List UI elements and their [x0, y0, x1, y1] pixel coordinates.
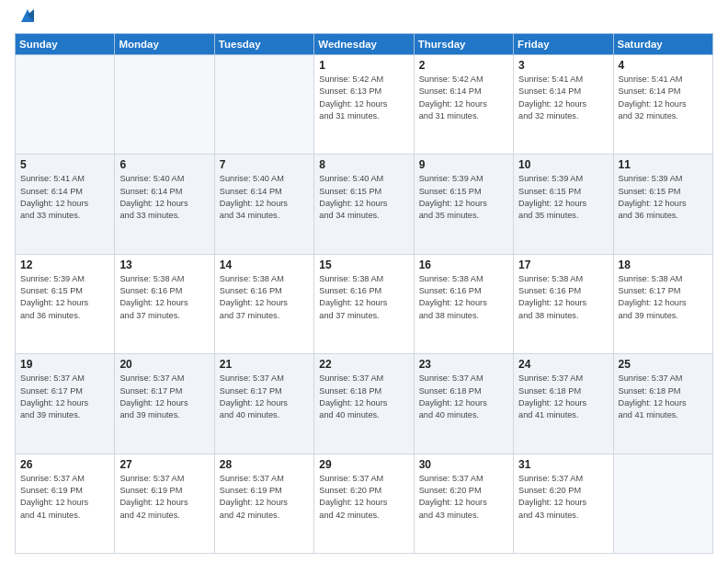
calendar-cell: 31Sunrise: 5:37 AM Sunset: 6:20 PM Dayli… — [514, 454, 613, 553]
day-number: 1 — [319, 59, 408, 72]
weekday-header: Saturday — [613, 34, 712, 55]
day-number: 29 — [319, 458, 408, 471]
weekday-header: Friday — [514, 34, 613, 55]
day-info: Sunrise: 5:40 AM Sunset: 6:15 PM Dayligh… — [319, 173, 408, 222]
calendar-week-row: 12Sunrise: 5:39 AM Sunset: 6:15 PM Dayli… — [16, 254, 713, 353]
calendar-cell: 23Sunrise: 5:37 AM Sunset: 6:18 PM Dayli… — [414, 354, 513, 454]
calendar-cell: 11Sunrise: 5:39 AM Sunset: 6:15 PM Dayli… — [613, 155, 712, 254]
calendar-cell: 26Sunrise: 5:37 AM Sunset: 6:19 PM Dayli… — [16, 454, 115, 553]
calendar-cell: 22Sunrise: 5:37 AM Sunset: 6:18 PM Dayli… — [314, 354, 414, 454]
calendar-week-row: 26Sunrise: 5:37 AM Sunset: 6:19 PM Dayli… — [16, 454, 713, 553]
day-number: 16 — [419, 259, 508, 271]
day-info: Sunrise: 5:39 AM Sunset: 6:15 PM Dayligh… — [20, 273, 109, 322]
day-number: 18 — [619, 259, 708, 271]
day-info: Sunrise: 5:41 AM Sunset: 6:14 PM Dayligh… — [619, 74, 708, 122]
day-number: 15 — [319, 259, 408, 271]
day-number: 2 — [419, 59, 508, 72]
calendar-header-row: SundayMondayTuesdayWednesdayThursdayFrid… — [16, 34, 713, 55]
calendar-cell: 5Sunrise: 5:41 AM Sunset: 6:14 PM Daylig… — [16, 155, 115, 254]
day-number: 11 — [619, 158, 708, 171]
calendar-cell: 25Sunrise: 5:37 AM Sunset: 6:18 PM Dayli… — [613, 354, 712, 454]
calendar-cell: 14Sunrise: 5:38 AM Sunset: 6:16 PM Dayli… — [214, 254, 313, 353]
day-info: Sunrise: 5:41 AM Sunset: 6:14 PM Dayligh… — [518, 74, 608, 122]
day-number: 23 — [419, 358, 508, 371]
calendar-table: SundayMondayTuesdayWednesdayThursdayFrid… — [15, 33, 713, 554]
day-info: Sunrise: 5:37 AM Sunset: 6:18 PM Dayligh… — [319, 373, 408, 421]
day-info: Sunrise: 5:37 AM Sunset: 6:18 PM Dayligh… — [419, 373, 508, 421]
calendar-cell — [16, 55, 115, 155]
calendar-cell: 17Sunrise: 5:38 AM Sunset: 6:16 PM Dayli… — [514, 254, 613, 353]
calendar-cell: 27Sunrise: 5:37 AM Sunset: 6:19 PM Dayli… — [115, 454, 214, 553]
day-info: Sunrise: 5:38 AM Sunset: 6:16 PM Dayligh… — [319, 273, 408, 322]
calendar-cell: 6Sunrise: 5:40 AM Sunset: 6:14 PM Daylig… — [115, 155, 214, 254]
calendar-cell: 3Sunrise: 5:41 AM Sunset: 6:14 PM Daylig… — [514, 55, 613, 155]
day-number: 30 — [419, 458, 508, 471]
day-info: Sunrise: 5:38 AM Sunset: 6:16 PM Dayligh… — [419, 273, 508, 322]
day-number: 12 — [20, 259, 109, 271]
logo-icon — [17, 6, 38, 26]
calendar-cell: 8Sunrise: 5:40 AM Sunset: 6:15 PM Daylig… — [314, 155, 414, 254]
day-info: Sunrise: 5:37 AM Sunset: 6:17 PM Dayligh… — [220, 373, 309, 421]
day-info: Sunrise: 5:38 AM Sunset: 6:16 PM Dayligh… — [119, 273, 209, 322]
day-number: 7 — [220, 158, 309, 171]
calendar-cell: 29Sunrise: 5:37 AM Sunset: 6:20 PM Dayli… — [314, 454, 414, 553]
day-info: Sunrise: 5:37 AM Sunset: 6:19 PM Dayligh… — [220, 473, 309, 522]
day-number: 3 — [518, 59, 608, 72]
day-info: Sunrise: 5:37 AM Sunset: 6:19 PM Dayligh… — [20, 473, 109, 522]
calendar-cell: 7Sunrise: 5:40 AM Sunset: 6:14 PM Daylig… — [214, 155, 313, 254]
calendar-cell: 12Sunrise: 5:39 AM Sunset: 6:15 PM Dayli… — [16, 254, 115, 353]
calendar-cell: 15Sunrise: 5:38 AM Sunset: 6:16 PM Dayli… — [314, 254, 414, 353]
calendar-cell: 18Sunrise: 5:38 AM Sunset: 6:17 PM Dayli… — [613, 254, 712, 353]
weekday-header: Sunday — [16, 34, 115, 55]
day-number: 24 — [518, 358, 608, 371]
weekday-header: Tuesday — [214, 34, 313, 55]
calendar-cell — [613, 454, 712, 553]
weekday-header: Wednesday — [314, 34, 414, 55]
day-info: Sunrise: 5:37 AM Sunset: 6:18 PM Dayligh… — [619, 373, 708, 421]
calendar-cell: 16Sunrise: 5:38 AM Sunset: 6:16 PM Dayli… — [414, 254, 513, 353]
calendar-cell: 10Sunrise: 5:39 AM Sunset: 6:15 PM Dayli… — [514, 155, 613, 254]
day-number: 5 — [20, 158, 109, 171]
day-info: Sunrise: 5:39 AM Sunset: 6:15 PM Dayligh… — [419, 173, 508, 222]
day-number: 20 — [119, 358, 209, 371]
day-info: Sunrise: 5:40 AM Sunset: 6:14 PM Dayligh… — [220, 173, 309, 222]
day-number: 9 — [419, 158, 508, 171]
day-number: 21 — [220, 358, 309, 371]
calendar-cell: 2Sunrise: 5:42 AM Sunset: 6:14 PM Daylig… — [414, 55, 513, 155]
day-number: 28 — [220, 458, 309, 471]
day-info: Sunrise: 5:40 AM Sunset: 6:14 PM Dayligh… — [119, 173, 209, 222]
day-number: 31 — [518, 458, 608, 471]
day-info: Sunrise: 5:37 AM Sunset: 6:17 PM Dayligh… — [119, 373, 209, 421]
calendar-week-row: 19Sunrise: 5:37 AM Sunset: 6:17 PM Dayli… — [16, 354, 713, 454]
day-number: 6 — [119, 158, 209, 171]
day-number: 4 — [619, 59, 708, 72]
calendar-cell: 4Sunrise: 5:41 AM Sunset: 6:14 PM Daylig… — [613, 55, 712, 155]
day-number: 27 — [119, 458, 209, 471]
day-info: Sunrise: 5:38 AM Sunset: 6:17 PM Dayligh… — [619, 273, 708, 322]
day-number: 13 — [119, 259, 209, 271]
calendar-cell: 1Sunrise: 5:42 AM Sunset: 6:13 PM Daylig… — [314, 55, 414, 155]
calendar-cell: 24Sunrise: 5:37 AM Sunset: 6:18 PM Dayli… — [514, 354, 613, 454]
calendar-cell: 21Sunrise: 5:37 AM Sunset: 6:17 PM Dayli… — [214, 354, 313, 454]
day-info: Sunrise: 5:42 AM Sunset: 6:14 PM Dayligh… — [419, 74, 508, 122]
calendar-week-row: 1Sunrise: 5:42 AM Sunset: 6:13 PM Daylig… — [16, 55, 713, 155]
calendar-cell: 30Sunrise: 5:37 AM Sunset: 6:20 PM Dayli… — [414, 454, 513, 553]
page: SundayMondayTuesdayWednesdayThursdayFrid… — [0, 0, 728, 563]
day-info: Sunrise: 5:42 AM Sunset: 6:13 PM Dayligh… — [319, 74, 408, 122]
day-info: Sunrise: 5:41 AM Sunset: 6:14 PM Dayligh… — [20, 173, 109, 222]
day-info: Sunrise: 5:39 AM Sunset: 6:15 PM Dayligh… — [518, 173, 608, 222]
day-number: 19 — [20, 358, 109, 371]
day-number: 10 — [518, 158, 608, 171]
calendar-cell: 9Sunrise: 5:39 AM Sunset: 6:15 PM Daylig… — [414, 155, 513, 254]
calendar-cell — [115, 55, 214, 155]
header — [15, 9, 713, 26]
calendar-cell: 28Sunrise: 5:37 AM Sunset: 6:19 PM Dayli… — [214, 454, 313, 553]
day-info: Sunrise: 5:37 AM Sunset: 6:20 PM Dayligh… — [518, 473, 608, 522]
day-number: 8 — [319, 158, 408, 171]
day-number: 22 — [319, 358, 408, 371]
calendar-cell — [214, 55, 313, 155]
weekday-header: Monday — [115, 34, 214, 55]
day-number: 25 — [619, 358, 708, 371]
weekday-header: Thursday — [414, 34, 513, 55]
day-info: Sunrise: 5:37 AM Sunset: 6:20 PM Dayligh… — [419, 473, 508, 522]
